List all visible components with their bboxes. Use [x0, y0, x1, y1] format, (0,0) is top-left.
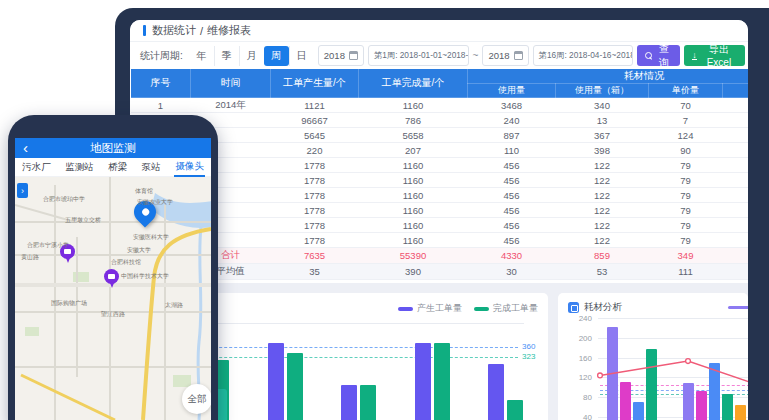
- table-row: 12014年11211160346834070250: [131, 98, 749, 113]
- map-view[interactable]: › 全部 合肥市琥珀中学体育馆安徽农业大学五里墩立交桥安徽医科大学合肥市宁溪小学…: [15, 177, 211, 420]
- period-option[interactable]: 周: [264, 46, 289, 66]
- map-place-label: 合肥市琥珀中学: [43, 195, 85, 204]
- table-row: 7177811604561227967: [131, 188, 749, 203]
- map-expand-button[interactable]: ›: [17, 183, 28, 198]
- col-sub: 使用量: [468, 84, 556, 98]
- end-year-value: 2018: [488, 50, 509, 61]
- chart-legend: 产生工单量完成工单量: [398, 302, 538, 315]
- report-table: 序号 时间 工单产生量/个 工单完成量/个 耗材情况 使用量使用量（箱）单价量总…: [130, 68, 748, 280]
- end-week-input[interactable]: 第16周: 2018-04-16~2018-04-22: [533, 45, 634, 66]
- map-place-label: 中国科学技术大学: [121, 272, 169, 281]
- consumables-chart: 耗材分析 2402001601208040: [558, 293, 748, 420]
- reference-label: 360: [522, 342, 535, 351]
- col-sub: 使用量（箱）: [556, 84, 649, 98]
- start-year-select[interactable]: 2018: [318, 45, 364, 66]
- breadcrumb: 数据统计 / 维修报表: [130, 20, 748, 42]
- legend-item: 完成工单量: [474, 302, 538, 315]
- table-row: 10177811604561227967: [131, 233, 749, 248]
- map-place-label: 国际购物广场: [51, 299, 87, 308]
- y-axis-tick: 240: [562, 314, 592, 323]
- back-chevron-icon[interactable]: ‹: [23, 139, 28, 157]
- y-axis-tick: 160: [562, 354, 592, 363]
- table-row: 6177811604561227967: [131, 173, 749, 188]
- phone-tab[interactable]: 摄像头: [174, 158, 205, 177]
- col-index: 序号: [131, 69, 191, 98]
- breadcrumb-accent-bar: [143, 25, 146, 36]
- chart-title-icon: [568, 302, 579, 313]
- phone-header: ‹ 地图监测: [15, 138, 211, 158]
- average-row: 平均值353903053111140: [131, 264, 749, 280]
- period-option[interactable]: 季: [214, 46, 239, 66]
- map-place-label: 黄山路: [21, 253, 39, 262]
- col-created: 工单产生量/个: [271, 69, 359, 98]
- bar: [683, 383, 694, 420]
- map-place-label: 体育馆: [135, 187, 153, 196]
- gridline: [598, 358, 748, 359]
- gridline: [598, 377, 748, 378]
- reference-label: 323: [522, 352, 535, 361]
- y-axis-tick: 80: [562, 393, 592, 402]
- bar: [607, 327, 618, 420]
- phone-tab-bar: 污水厂监测站桥梁泵站摄像头: [15, 158, 211, 177]
- filter-bar: 统计周期: 年季月周日 2018 第1周: 2018-01-01~2018-01…: [140, 44, 745, 67]
- map-place-label: 太湖路: [165, 301, 183, 310]
- table-row: 5177811604561227967: [131, 158, 749, 173]
- col-sub: 单价量: [649, 84, 723, 98]
- legend-swatch: [398, 307, 413, 311]
- gridline: [598, 318, 748, 319]
- col-completed: 工单完成量/个: [359, 69, 468, 98]
- camera-pin[interactable]: [104, 269, 119, 284]
- legend-item: 产生工单量: [398, 302, 462, 315]
- bar: [434, 343, 450, 420]
- download-icon: ↓: [692, 51, 697, 61]
- y-axis-tick: 120: [562, 373, 592, 382]
- show-all-button[interactable]: 全部: [182, 384, 211, 414]
- period-option[interactable]: 日: [289, 46, 314, 66]
- phone-tab[interactable]: 泵站: [141, 159, 162, 176]
- table-row: 42202071103989019: [131, 143, 749, 158]
- cropped-legend-swatch: [728, 306, 748, 309]
- col-group-consumables: 耗材情况: [468, 69, 749, 84]
- map-place-label: 安徽大学: [127, 246, 151, 255]
- map-roads-graphic: [15, 177, 211, 420]
- phone-screen: ‹ 地图监测 污水厂监测站桥梁泵站摄像头 ›: [15, 138, 211, 420]
- export-button-label: 导出Excel: [701, 43, 737, 68]
- period-option[interactable]: 年: [189, 46, 214, 66]
- period-segmented-control: 年季月周日: [189, 46, 314, 66]
- phone-tab[interactable]: 监测站: [64, 159, 95, 176]
- table-header: 序号 时间 工单产生量/个 工单完成量/个 耗材情况 使用量使用量（箱）单价量总…: [131, 69, 749, 98]
- screenshot-stage: 数据统计 / 维修报表 统计周期: 年季月周日 2018 第1周: 2018-0…: [0, 0, 769, 420]
- bar: [709, 363, 720, 420]
- map-place-label: 安徽医科大学: [133, 233, 169, 242]
- table-row: 9177811604561227967: [131, 218, 749, 233]
- y-axis-tick: 200: [562, 334, 592, 343]
- phone-page-title: 地图监测: [90, 141, 136, 156]
- table-row: 8177811604561227967: [131, 203, 749, 218]
- bar: [633, 402, 644, 420]
- bar: [287, 353, 303, 420]
- bar: [341, 385, 357, 420]
- start-week-input[interactable]: 第1周: 2018-01-01~2018-01-07: [368, 45, 469, 66]
- table-row: 356455658897367124129: [131, 128, 749, 143]
- col-sub: 总量: [723, 84, 749, 98]
- breadcrumb-separator: /: [200, 25, 203, 37]
- bar: [696, 391, 707, 420]
- total-row: 合计7635553904330859349330: [131, 248, 749, 264]
- search-icon: [645, 52, 652, 60]
- consumables-chart-title: 耗材分析: [568, 301, 622, 314]
- dashboard-panel: 数据统计 / 维修报表 统计周期: 年季月周日 2018 第1周: 2018-0…: [130, 20, 748, 420]
- map-place-label: 安徽农业大学: [137, 198, 173, 207]
- phone-tab[interactable]: 桥梁: [107, 159, 128, 176]
- phone-tab[interactable]: 污水厂: [21, 159, 52, 176]
- y-axis-tick: 40: [562, 413, 592, 420]
- calendar-icon: [514, 51, 523, 60]
- export-excel-button[interactable]: ↓ 导出Excel: [684, 45, 745, 66]
- report-table-wrap: 序号 时间 工单产生量/个 工单完成量/个 耗材情况 使用量使用量（箱）单价量总…: [130, 68, 748, 280]
- breadcrumb-page: 维修报表: [207, 23, 251, 38]
- start-year-value: 2018: [324, 50, 345, 61]
- map-place-label: 合肥科技馆: [111, 258, 141, 267]
- query-button[interactable]: 查询: [637, 45, 680, 66]
- period-option[interactable]: 月: [239, 46, 264, 66]
- end-year-select[interactable]: 2018: [482, 45, 528, 66]
- bar: [268, 343, 284, 420]
